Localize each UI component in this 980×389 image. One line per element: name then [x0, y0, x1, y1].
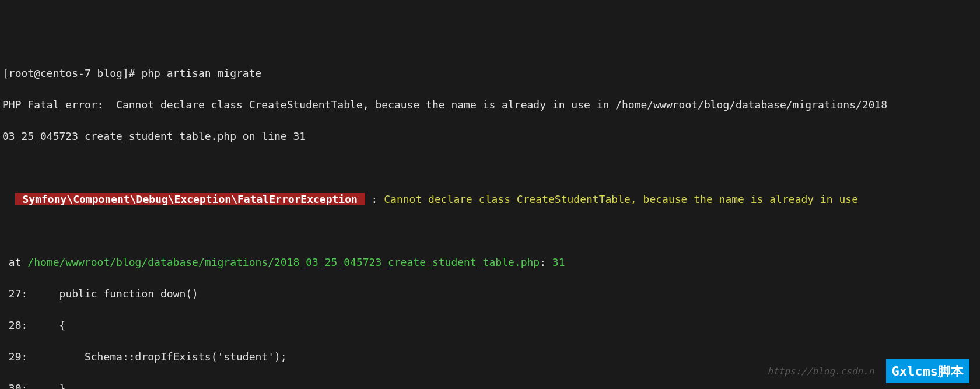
watermark-url: https://blog.csdn.n [767, 365, 874, 379]
blank-line [0, 223, 980, 239]
at-label: at [9, 256, 28, 268]
line-number: 31 [552, 256, 565, 268]
watermark-badge: Gxlcms脚本 [886, 359, 970, 383]
exception-1-header: Symfony\Component\Debug\Exception\FatalE… [0, 191, 980, 207]
code-line-28: 28: { [0, 317, 980, 333]
shell-prompt: [root@centos-7 blog]# php artisan migrat… [0, 65, 980, 81]
file-path: /home/wwwroot/blog/database/migrations/2… [27, 256, 540, 268]
exception-1-message: Cannot declare class CreateStudentTable,… [384, 193, 858, 205]
fatal-error-line-1: PHP Fatal error: Cannot declare class Cr… [0, 97, 980, 113]
code-line-27: 27: public function down() [0, 286, 980, 302]
exception-1-location: at /home/wwwroot/blog/database/migration… [0, 254, 980, 270]
watermark: https://blog.csdn.n Gxlcms脚本 [767, 359, 970, 383]
fatal-error-line-2: 03_25_045723_create_student_table.php on… [0, 128, 980, 144]
exception-1-badge: Symfony\Component\Debug\Exception\FatalE… [15, 193, 365, 205]
colon: : [540, 256, 552, 268]
colon: : [365, 193, 384, 205]
blank-line [0, 160, 980, 176]
